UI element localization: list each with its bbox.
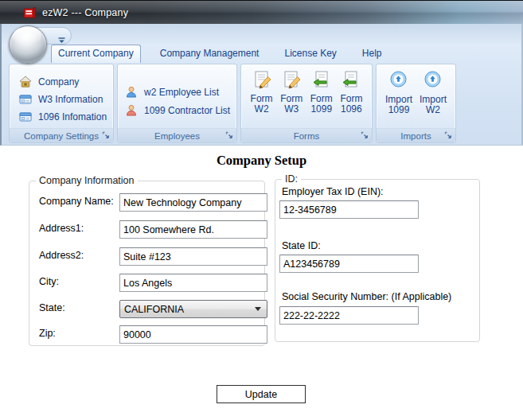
ribbon-tab-bar: Current Company Company Management Licen… (2, 45, 521, 63)
w2-employee-list-button[interactable]: w2 Employee List (125, 86, 236, 99)
button-label-line2: W3 (284, 104, 299, 115)
ein-input[interactable] (279, 200, 419, 219)
form-1099-button[interactable]: Form 1099 (310, 70, 333, 115)
window-title: ezW2 --- Company (42, 7, 128, 18)
quick-access-toolbar (2, 24, 521, 44)
dialog-launcher-icon[interactable] (102, 131, 111, 140)
group-footer-imports: Imports (377, 128, 455, 142)
w3-information-button[interactable]: W3 Information (19, 93, 113, 106)
company-information-groupbox: Company Information Company Name: Addres… (29, 181, 265, 346)
group-label: Imports (400, 131, 431, 141)
import-1099-button[interactable]: Import 1099 (385, 70, 412, 115)
group-label: Company Settings (24, 131, 99, 141)
group-footer-company-settings: Company Settings (10, 128, 113, 142)
dialog-launcher-icon[interactable] (225, 131, 234, 140)
button-label-line2: 1096 (341, 104, 362, 115)
form-w3-button[interactable]: Form W3 (280, 70, 302, 115)
dialog-launcher-icon[interactable] (361, 131, 369, 140)
ribbon-body: Company W3 Information (2, 63, 521, 146)
address1-label: Address1: (39, 223, 84, 234)
id-groupbox: ID: Employer Tax ID (EIN): State ID: Soc… (275, 179, 480, 342)
document-edit-icon (252, 70, 271, 89)
state-dropdown[interactable]: CALIFORNIA (119, 300, 267, 318)
id-legend: ID: (282, 173, 301, 185)
red-book-app-icon (23, 6, 37, 19)
dialog-launcher-icon[interactable] (444, 131, 453, 140)
ribbon-group-company-settings: Company W3 Information (9, 64, 114, 143)
1096-information-button[interactable]: 1096 Infomation (19, 111, 113, 123)
company-name-input[interactable] (119, 193, 267, 212)
button-label-line2: W2 (255, 104, 269, 115)
tab-help[interactable]: Help (356, 45, 388, 63)
import-circle-icon (424, 71, 441, 88)
form-w2-button[interactable]: Form W2 (251, 70, 273, 115)
company-information-legend: Company Information (36, 175, 138, 186)
ribbon-group-imports: Import 1099 Import W2 (376, 64, 456, 143)
state-dropdown-value: CALIFORNIA (124, 304, 184, 315)
address2-label: Address2: (39, 250, 84, 261)
1099-contractor-list-label: 1099 Contractor List (144, 105, 230, 116)
document-export-icon (312, 70, 331, 89)
tab-current-company[interactable]: Current Company (51, 45, 141, 63)
city-label: City: (39, 276, 59, 287)
form-1096-button[interactable]: Form 1096 (340, 70, 362, 115)
state-id-label: State ID: (282, 240, 321, 251)
company-button[interactable]: Company (19, 76, 113, 88)
person-blue-icon (125, 86, 138, 99)
button-label-line2: 1099 (388, 105, 410, 115)
city-input[interactable] (119, 274, 267, 292)
tab-license-key[interactable]: License Key (278, 45, 342, 63)
group-label: Forms (294, 131, 320, 141)
qat-customize-chevron-down-icon[interactable] (58, 33, 65, 47)
button-label-line2: W2 (426, 105, 440, 115)
group-footer-forms: Forms (241, 128, 372, 142)
company-button-label: Company (38, 76, 79, 88)
1096-information-button-label: 1096 Infomation (38, 111, 107, 122)
import-w2-button[interactable]: Import W2 (420, 70, 447, 115)
ssn-label: Social Security Number: (If Applicable) (282, 291, 451, 302)
ribbon-group-forms: Form W2 (240, 64, 373, 143)
w2-employee-list-label: w2 Employee List (144, 87, 219, 98)
form-table-icon (19, 93, 32, 106)
page-title: Company Setup (0, 153, 523, 169)
address2-input[interactable] (119, 247, 267, 266)
state-label: State: (39, 302, 65, 313)
ribbon-group-employees: w2 Employee List 1099 Contractor List (117, 64, 237, 143)
ribbon: Current Company Company Management Licen… (0, 24, 523, 146)
company-name-label: Company Name: (39, 196, 114, 207)
group-footer-employees: Employees (118, 128, 236, 142)
address1-input[interactable] (119, 220, 267, 239)
dropdown-caret-icon (255, 307, 261, 311)
title-bar[interactable]: ezW2 --- Company (0, 0, 523, 24)
w3-information-button-label: W3 Information (38, 94, 103, 105)
application-menu-orb-button[interactable] (9, 25, 47, 64)
update-button[interactable]: Update (217, 385, 306, 403)
state-id-input[interactable] (279, 255, 419, 273)
person-red-icon (125, 104, 138, 117)
ssn-input[interactable] (279, 306, 419, 325)
group-label: Employees (154, 131, 200, 141)
home-icon (19, 76, 32, 88)
button-label-line2: 1099 (310, 104, 332, 115)
content-area: Company Setup Company Information Compan… (0, 146, 523, 420)
document-edit-icon (282, 70, 301, 89)
form-table-icon (19, 111, 32, 123)
document-export-icon (342, 70, 361, 89)
zip-input[interactable] (119, 325, 267, 344)
1099-contractor-list-button[interactable]: 1099 Contractor List (125, 104, 236, 117)
zip-label: Zip: (39, 328, 56, 339)
tab-company-management[interactable]: Company Management (154, 45, 266, 63)
ein-label: Employer Tax ID (EIN): (282, 186, 384, 197)
app-window: ezW2 --- Company Current Company Company… (0, 0, 523, 420)
import-circle-icon (390, 71, 407, 88)
